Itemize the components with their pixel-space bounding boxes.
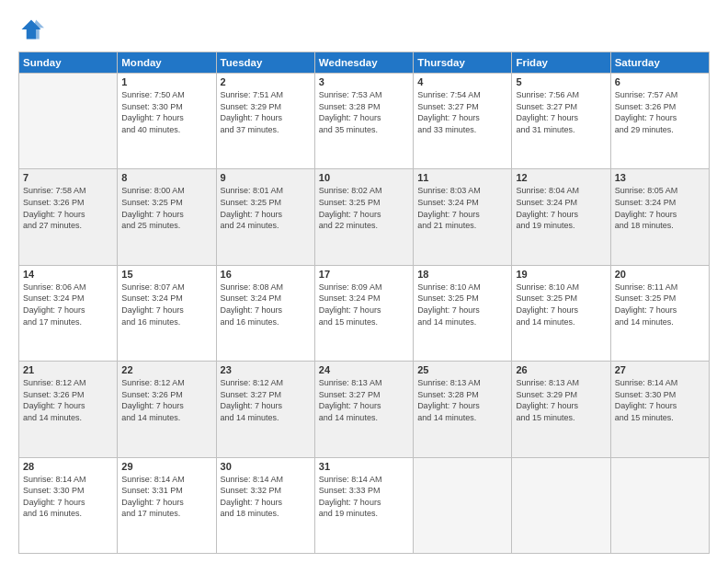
cell-info-line: Sunrise: 7:50 AM [121, 89, 211, 101]
cell-info-line: and 14 minutes. [23, 412, 113, 424]
cell-info-line: Daylight: 7 hours [23, 400, 113, 412]
cell-info-line: Sunrise: 8:05 AM [615, 185, 705, 197]
cell-info-line: Sunset: 3:25 PM [516, 293, 606, 304]
calendar-cell: 12Sunrise: 8:04 AMSunset: 3:24 PMDayligh… [512, 169, 610, 265]
calendar-cell [512, 457, 610, 553]
cell-info-line: Sunrise: 8:14 AM [23, 474, 113, 486]
cell-info-line: Sunrise: 7:58 AM [23, 185, 113, 197]
calendar-cell: 19Sunrise: 8:10 AMSunset: 3:25 PMDayligh… [512, 265, 610, 361]
calendar-cell: 13Sunrise: 8:05 AMSunset: 3:24 PMDayligh… [610, 169, 709, 265]
cell-info-line: Daylight: 7 hours [516, 209, 606, 221]
calendar-cell [610, 457, 709, 553]
logo-icon [18, 17, 44, 42]
calendar-week-row: 1Sunrise: 7:50 AMSunset: 3:30 PMDaylight… [19, 74, 710, 169]
cell-info-line: Sunrise: 8:14 AM [221, 474, 311, 486]
day-number: 6 [615, 76, 705, 87]
day-number: 19 [516, 269, 606, 280]
calendar-cell: 21Sunrise: 8:12 AMSunset: 3:26 PMDayligh… [19, 362, 118, 457]
day-number: 2 [221, 76, 311, 87]
weekday-header-row: SundayMondayTuesdayWednesdayThursdayFrid… [19, 52, 710, 74]
cell-info-line: and 15 minutes. [615, 412, 705, 424]
weekday-header-friday: Friday [512, 52, 610, 74]
calendar-cell: 22Sunrise: 8:12 AMSunset: 3:26 PMDayligh… [118, 362, 216, 457]
cell-info-line: Sunset: 3:26 PM [23, 197, 113, 209]
cell-info-line: and 19 minutes. [516, 220, 606, 232]
cell-info-line: Sunset: 3:25 PM [615, 293, 705, 304]
calendar-week-row: 21Sunrise: 8:12 AMSunset: 3:26 PMDayligh… [19, 362, 710, 457]
cell-info-line: and 14 minutes. [221, 412, 311, 424]
day-number: 27 [615, 364, 705, 375]
day-number: 10 [319, 172, 409, 183]
cell-info-line: Daylight: 7 hours [221, 209, 311, 221]
cell-info-line: Daylight: 7 hours [516, 112, 606, 124]
cell-info-line: Sunset: 3:27 PM [319, 389, 409, 401]
day-number: 13 [615, 172, 705, 183]
cell-info-line: Sunrise: 7:51 AM [221, 89, 311, 101]
day-number: 22 [121, 364, 211, 375]
cell-info-line: and 14 minutes. [417, 316, 507, 328]
cell-info-line: and 31 minutes. [516, 124, 606, 136]
cell-info-line: Daylight: 7 hours [319, 304, 409, 316]
cell-info-line: and 19 minutes. [319, 508, 409, 520]
cell-info-line: Daylight: 7 hours [319, 497, 409, 509]
cell-info-line: Sunset: 3:32 PM [221, 485, 311, 497]
day-number: 7 [23, 172, 113, 183]
cell-info-line: Sunrise: 8:08 AM [221, 282, 311, 293]
calendar-week-row: 28Sunrise: 8:14 AMSunset: 3:30 PMDayligh… [19, 457, 710, 553]
cell-info-line: and 24 minutes. [221, 220, 311, 232]
day-number: 28 [23, 461, 113, 472]
cell-info-line: Daylight: 7 hours [23, 209, 113, 221]
cell-info-line: Sunrise: 8:02 AM [319, 185, 409, 197]
day-number: 30 [221, 461, 311, 472]
weekday-header-tuesday: Tuesday [216, 52, 314, 74]
weekday-header-saturday: Saturday [610, 52, 709, 74]
cell-info-line: Sunset: 3:28 PM [319, 101, 409, 113]
cell-info-line: Sunrise: 8:13 AM [417, 377, 507, 389]
cell-info-line: Sunset: 3:27 PM [516, 101, 606, 113]
cell-info-line: Sunset: 3:27 PM [417, 101, 507, 113]
cell-info-line: and 16 minutes. [23, 508, 113, 520]
cell-info-line: Daylight: 7 hours [121, 112, 211, 124]
day-number: 5 [516, 76, 606, 87]
day-number: 11 [417, 172, 507, 183]
day-number: 25 [417, 364, 507, 375]
calendar-cell: 5Sunrise: 7:56 AMSunset: 3:27 PMDaylight… [512, 74, 610, 169]
day-number: 1 [121, 76, 211, 87]
calendar-cell: 14Sunrise: 8:06 AMSunset: 3:24 PMDayligh… [19, 265, 118, 361]
cell-info-line: Daylight: 7 hours [221, 497, 311, 509]
cell-info-line: and 17 minutes. [121, 508, 211, 520]
cell-info-line: Sunrise: 8:13 AM [516, 377, 606, 389]
day-number: 26 [516, 364, 606, 375]
calendar-cell: 27Sunrise: 8:14 AMSunset: 3:30 PMDayligh… [610, 362, 709, 457]
header [18, 17, 710, 42]
cell-info-line: Sunrise: 8:13 AM [319, 377, 409, 389]
cell-info-line: Sunset: 3:24 PM [615, 197, 705, 209]
cell-info-line: Sunset: 3:26 PM [121, 389, 211, 401]
cell-info-line: and 22 minutes. [319, 220, 409, 232]
cell-info-line: and 14 minutes. [121, 412, 211, 424]
calendar-cell: 1Sunrise: 7:50 AMSunset: 3:30 PMDaylight… [118, 74, 216, 169]
cell-info-line: and 18 minutes. [221, 508, 311, 520]
calendar-table: SundayMondayTuesdayWednesdayThursdayFrid… [18, 52, 710, 554]
calendar-cell: 28Sunrise: 8:14 AMSunset: 3:30 PMDayligh… [19, 457, 118, 553]
calendar-cell: 31Sunrise: 8:14 AMSunset: 3:33 PMDayligh… [314, 457, 413, 553]
cell-info-line: and 27 minutes. [23, 220, 113, 232]
cell-info-line: Daylight: 7 hours [23, 497, 113, 509]
cell-info-line: Daylight: 7 hours [319, 112, 409, 124]
calendar-cell: 11Sunrise: 8:03 AMSunset: 3:24 PMDayligh… [414, 169, 512, 265]
day-number: 8 [121, 172, 211, 183]
cell-info-line: Daylight: 7 hours [121, 497, 211, 509]
cell-info-line: Sunrise: 8:12 AM [23, 377, 113, 389]
cell-info-line: Daylight: 7 hours [417, 209, 507, 221]
cell-info-line: Sunrise: 8:14 AM [319, 474, 409, 486]
day-number: 12 [516, 172, 606, 183]
cell-info-line: Sunrise: 8:00 AM [121, 185, 211, 197]
cell-info-line: Daylight: 7 hours [319, 209, 409, 221]
day-number: 9 [221, 172, 311, 183]
calendar-cell: 10Sunrise: 8:02 AMSunset: 3:25 PMDayligh… [314, 169, 413, 265]
cell-info-line: Sunset: 3:24 PM [221, 293, 311, 304]
calendar-week-row: 14Sunrise: 8:06 AMSunset: 3:24 PMDayligh… [19, 265, 710, 361]
day-number: 4 [417, 76, 507, 87]
calendar-cell: 18Sunrise: 8:10 AMSunset: 3:25 PMDayligh… [414, 265, 512, 361]
cell-info-line: and 21 minutes. [417, 220, 507, 232]
